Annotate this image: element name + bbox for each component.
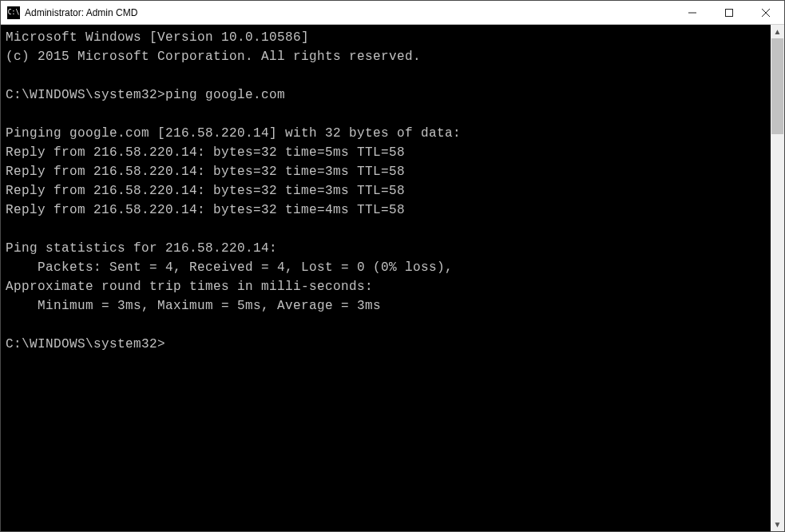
cmd-icon: C:\ bbox=[7, 6, 20, 19]
maximize-icon bbox=[725, 9, 733, 17]
cmd-icon-label: C:\ bbox=[8, 10, 19, 16]
minimize-icon bbox=[688, 9, 696, 17]
close-button[interactable] bbox=[747, 1, 784, 24]
scrollbar-thumb[interactable] bbox=[771, 38, 783, 134]
close-icon bbox=[762, 9, 770, 17]
terminal-output[interactable]: Microsoft Windows [Version 10.0.10586] (… bbox=[1, 25, 771, 531]
vertical-scrollbar[interactable]: ▲ ▼ bbox=[771, 25, 784, 531]
client-area: Microsoft Windows [Version 10.0.10586] (… bbox=[1, 25, 784, 531]
scroll-up-arrow-icon[interactable]: ▲ bbox=[771, 25, 784, 38]
window-title: Administrator: Admin CMD bbox=[25, 7, 674, 18]
window-frame: C:\ Administrator: Admin CMD M bbox=[0, 0, 785, 532]
maximize-button[interactable] bbox=[711, 1, 747, 24]
scroll-down-arrow-icon[interactable]: ▼ bbox=[771, 518, 784, 531]
titlebar[interactable]: C:\ Administrator: Admin CMD bbox=[1, 1, 784, 25]
window-buttons bbox=[674, 1, 784, 24]
minimize-button[interactable] bbox=[674, 1, 711, 24]
svg-rect-1 bbox=[726, 9, 733, 16]
